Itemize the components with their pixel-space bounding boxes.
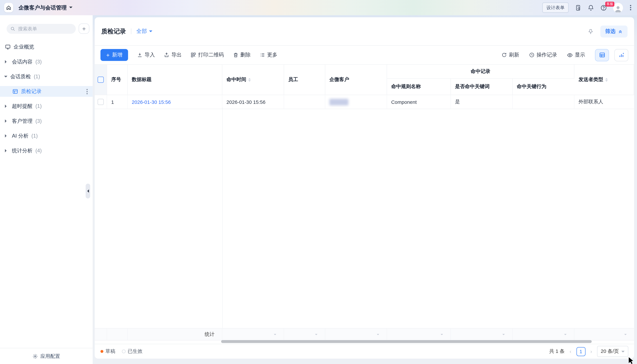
top-bar: 企微客户与会话管理 设计表单 客服 [0, 0, 637, 15]
export-button[interactable]: 导出 [164, 52, 182, 58]
design-form-button[interactable]: 设计表单 [542, 2, 569, 13]
frozen-column-divider [222, 108, 223, 328]
sidebar: + 企业概览 会话内容 (3) 会话质检 (1) [0, 15, 93, 364]
avatar[interactable] [613, 3, 623, 12]
table-view-toggle[interactable] [595, 49, 609, 61]
cell-sender-type: 外部联系人 [574, 95, 634, 109]
select-all-checkbox[interactable] [98, 76, 104, 83]
stats-dropdown-icon[interactable] [624, 334, 627, 336]
home-icon [6, 5, 11, 10]
chevron-right-icon [5, 120, 8, 123]
view-scope-select[interactable]: 全部 [136, 28, 152, 35]
print-qr-button[interactable]: 打印二维码 [191, 52, 224, 58]
more-actions-button[interactable]: 更多 [260, 52, 278, 58]
collapse-arrow-icon [86, 190, 89, 193]
mouse-cursor [628, 356, 635, 364]
refresh-icon [502, 52, 507, 58]
search-icon [10, 26, 15, 31]
app-root: 企微客户与会话管理 设计表单 客服 [0, 0, 637, 364]
form-search[interactable] [7, 24, 76, 34]
display-button[interactable]: 显示 [567, 52, 585, 58]
col-wecom-customer: 企微客户 [325, 65, 387, 95]
sidebar-item-enterprise-overview[interactable]: 企业概览 [0, 40, 93, 54]
col-index: 序号 [107, 65, 128, 95]
sidebar-item-conversation-content[interactable]: 会话内容 (3) [0, 54, 93, 69]
add-record-button[interactable]: + 新增 [100, 49, 128, 61]
col-key-behavior: 命中关键行为 [512, 78, 574, 95]
app-title: 企微客户与会话管理 [18, 4, 67, 12]
cell-hit-time: 2026-01-30 15:56 [222, 95, 284, 109]
pin-icon[interactable] [588, 28, 594, 34]
sidebar-item-conversation-qc[interactable]: 会话质检 (1) [0, 69, 93, 84]
delete-button[interactable]: 删除 [233, 52, 251, 58]
filter-button[interactable]: 筛选 [600, 25, 628, 37]
qr-code-icon [191, 52, 196, 58]
refresh-button[interactable]: 刷新 [502, 52, 519, 58]
col-sender-type: 发送者类型 [574, 65, 634, 95]
monitor-icon [5, 44, 11, 50]
sort-icon[interactable] [605, 77, 608, 82]
col-keyword-hit: 是否命中关键词 [451, 78, 513, 95]
search-input[interactable] [17, 26, 72, 32]
chevron-right-icon [5, 104, 8, 108]
stats-label: 统计 [128, 328, 222, 340]
horizontal-scrollbar[interactable] [221, 340, 592, 343]
col-staff: 员工 [284, 65, 325, 95]
chevron-right-icon [5, 134, 8, 138]
table-icon [599, 52, 605, 58]
chart-view-toggle[interactable] [614, 49, 628, 61]
stats-dropdown-icon[interactable] [377, 334, 379, 336]
col-rule-name: 命中规则名称 [387, 78, 451, 95]
item-more-icon[interactable] [86, 88, 88, 95]
chevron-down-icon [4, 76, 8, 79]
chevron-right-icon [5, 60, 8, 64]
sort-icon[interactable] [248, 77, 251, 82]
statistics-row: 统计 [95, 328, 634, 340]
list-icon [260, 52, 265, 58]
notification-bell-icon[interactable] [588, 4, 594, 11]
record-title-link[interactable]: 2026-01-30 15:56 [132, 99, 171, 105]
app-switcher[interactable]: 企微客户与会话管理 [18, 4, 72, 12]
page-header: 质检记录 全部 筛选 [95, 17, 634, 46]
sidebar-collapse-handle[interactable] [86, 184, 90, 198]
home-button[interactable] [4, 3, 13, 12]
cell-keyword-hit: 是 [451, 95, 513, 109]
chevron-right-icon [5, 149, 8, 152]
plus-icon: + [106, 52, 110, 58]
sidebar-item-qc-records[interactable]: 质检记录 [0, 86, 93, 97]
stats-dropdown-icon[interactable] [440, 334, 443, 336]
stats-dropdown-icon[interactable] [315, 334, 318, 336]
sidebar-item-customer-management[interactable]: 客户管理 (3) [0, 114, 93, 128]
bar-chart-icon [618, 52, 624, 58]
row-checkbox-cell [95, 95, 107, 109]
sidebar-item-ai-analysis[interactable]: AI 分析 (1) [0, 128, 93, 143]
sidebar-item-timeout-reminder[interactable]: 超时提醒 (1) [0, 99, 93, 114]
effective-dot [122, 350, 126, 353]
gear-icon [32, 354, 38, 359]
stats-dropdown-icon[interactable] [274, 334, 276, 336]
main-panel: 质检记录 全部 筛选 + 新增 [95, 17, 634, 359]
next-page-button[interactable]: › [590, 348, 593, 354]
redacted-customer-name [330, 99, 348, 105]
help-icon[interactable]: 客服 [600, 4, 607, 11]
sheet-icon [12, 88, 18, 94]
total-count: 共 1 条 [549, 348, 565, 355]
prev-page-button[interactable]: ‹ [569, 348, 572, 354]
add-form-button[interactable]: + [78, 24, 89, 34]
stats-dropdown-icon[interactable] [564, 334, 566, 336]
status-legend: 草稿 已生效 [100, 348, 142, 355]
table-row[interactable]: 1 2026-01-30 15:56 2026-01-30 15:56 Comp… [95, 95, 634, 109]
operation-log-button[interactable]: 操作记录 [529, 52, 557, 58]
stats-dropdown-icon[interactable] [502, 334, 505, 336]
more-menu-icon[interactable] [629, 4, 632, 11]
sidebar-item-statistics[interactable]: 统计分析 (4) [0, 143, 93, 158]
current-page[interactable]: 1 [576, 347, 586, 356]
mobile-admin-icon[interactable] [575, 4, 582, 11]
row-checkbox[interactable] [98, 99, 104, 105]
app-config-button[interactable]: 应用配置 [0, 348, 93, 364]
cell-wecom-customer [325, 95, 387, 109]
cell-key-behavior [512, 95, 574, 109]
import-button[interactable]: 导入 [137, 52, 155, 58]
cell-rule-name: Component [387, 95, 451, 109]
page-size-select[interactable]: 20 条/页 [597, 346, 628, 357]
